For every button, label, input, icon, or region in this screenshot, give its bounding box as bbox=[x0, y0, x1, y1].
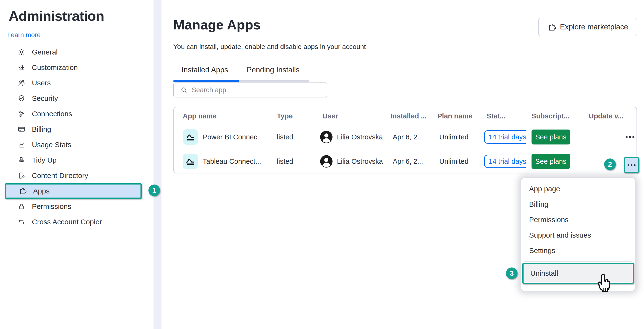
menu-item-permissions[interactable]: Permissions bbox=[521, 212, 635, 228]
app-tile bbox=[183, 149, 198, 173]
see-plans-button[interactable]: See plans bbox=[532, 129, 570, 144]
column-header-app-name: App name bbox=[183, 107, 216, 125]
connector-app-icon bbox=[185, 132, 196, 142]
user-name: Lilia Ostrovska bbox=[337, 157, 383, 165]
gear-icon bbox=[18, 48, 26, 56]
sidebar-item-billing[interactable]: Billing bbox=[0, 122, 153, 137]
sidebar-item-label: Security bbox=[32, 94, 58, 102]
plan-name: Unlimited bbox=[439, 125, 468, 149]
credit-card-icon bbox=[18, 125, 26, 133]
user-name: Lilia Ostrovska bbox=[337, 133, 383, 141]
table-header-row: App name Type User Installed ... Plan na… bbox=[174, 107, 636, 125]
explore-marketplace-label: Explore marketplace bbox=[560, 23, 628, 31]
sidebar-item-label: Permissions bbox=[32, 202, 71, 211]
sidebar-item-apps[interactable]: Apps bbox=[5, 183, 142, 199]
sidebar-item-permissions[interactable]: Permissions bbox=[0, 199, 153, 214]
menu-item-billing[interactable]: Billing bbox=[521, 197, 635, 212]
lock-icon bbox=[18, 202, 26, 211]
column-header-subscription: Subscript... bbox=[532, 107, 570, 125]
sidebar-item-label: Cross Account Copier bbox=[32, 218, 102, 226]
sidebar-item-label: Billing bbox=[32, 125, 51, 133]
search-icon bbox=[180, 86, 188, 94]
tab-active-underline bbox=[173, 80, 239, 82]
administration-page: Administration Learn more General Custom… bbox=[0, 0, 644, 329]
column-header-update-version: Update v... bbox=[589, 107, 624, 125]
app-name: Tableau Connect... bbox=[203, 149, 261, 173]
sidebar-item-content-directory[interactable]: Content Directory bbox=[0, 168, 153, 183]
table-row: Tableau Connect... listed Lilia Ostrovsk… bbox=[174, 149, 636, 173]
sidebar-item-users[interactable]: Users bbox=[0, 75, 153, 91]
row-actions bbox=[619, 125, 641, 149]
sidebar-item-label: Tidy Up bbox=[32, 156, 56, 164]
learn-more-link[interactable]: Learn more bbox=[7, 31, 40, 39]
sidebar-item-label: Connections bbox=[32, 110, 72, 118]
sidebar-divider bbox=[154, 0, 162, 329]
shield-icon bbox=[18, 94, 26, 102]
sidebar-item-security[interactable]: Security bbox=[0, 91, 153, 106]
avatar bbox=[320, 130, 333, 144]
sidebar-item-usage-stats[interactable]: Usage Stats bbox=[0, 137, 153, 152]
sidebar-item-label: General bbox=[32, 48, 58, 56]
column-header-user: User bbox=[322, 107, 338, 125]
tidy-icon bbox=[18, 156, 26, 164]
sidebar-item-connections[interactable]: Connections bbox=[0, 106, 153, 122]
step-1-badge: 1 bbox=[148, 185, 160, 196]
connector-app-icon bbox=[185, 157, 196, 166]
menu-item-uninstall[interactable]: Uninstall bbox=[522, 263, 634, 284]
app-name: Power BI Connec... bbox=[203, 125, 263, 149]
sidebar-item-label: Usage Stats bbox=[32, 141, 71, 149]
sidebar-item-label: Content Directory bbox=[32, 172, 88, 180]
trial-status-badge: 14 trial days bbox=[484, 130, 526, 144]
installed-apps-table: App name Type User Installed ... Plan na… bbox=[173, 107, 637, 173]
more-actions-button-highlighted[interactable] bbox=[624, 157, 639, 173]
explore-marketplace-button[interactable]: Explore marketplace bbox=[538, 18, 637, 36]
sidebar-item-customization[interactable]: Customization bbox=[0, 60, 153, 75]
status-cell: 14 trial days bbox=[484, 125, 526, 149]
puzzle-icon bbox=[548, 23, 556, 31]
step-2-badge: 2 bbox=[604, 158, 616, 170]
sidebar-item-tidy-up[interactable]: Tidy Up bbox=[0, 152, 153, 168]
sidebar-item-general[interactable]: General bbox=[0, 44, 153, 60]
doc-pencil-icon bbox=[18, 172, 26, 180]
tab-pending-installs[interactable]: Pending Installs bbox=[247, 66, 300, 74]
page-subtitle: You can install, update, enable and disa… bbox=[173, 43, 366, 51]
step-3-badge: 3 bbox=[506, 268, 518, 279]
search-box bbox=[173, 82, 327, 97]
see-plans-button[interactable]: See plans bbox=[532, 154, 570, 169]
page-title: Manage Apps bbox=[173, 17, 261, 32]
search-input[interactable] bbox=[192, 86, 317, 94]
users-icon bbox=[18, 79, 26, 87]
sidebar-item-cross-account-copier[interactable]: Cross Account Copier bbox=[0, 214, 153, 230]
menu-item-app-page[interactable]: App page bbox=[521, 181, 635, 197]
puzzle-icon bbox=[18, 187, 27, 195]
plan-name: Unlimited bbox=[439, 149, 468, 173]
swap-arrows-icon bbox=[18, 218, 26, 226]
sidebar-item-label: Users bbox=[32, 79, 51, 87]
menu-divider bbox=[524, 261, 632, 262]
tab-installed-apps[interactable]: Installed Apps bbox=[182, 66, 228, 74]
sidebar-nav: General Customization Users Security Con… bbox=[0, 44, 153, 230]
column-header-type: Type bbox=[277, 107, 293, 125]
menu-item-settings[interactable]: Settings bbox=[521, 243, 635, 258]
sidebar: Administration Learn more General Custom… bbox=[0, 0, 153, 329]
more-actions-button[interactable] bbox=[626, 136, 634, 138]
column-header-installed: Installed ... bbox=[390, 107, 427, 125]
cursor-hand-icon bbox=[596, 273, 614, 294]
sidebar-item-label: Apps bbox=[33, 187, 50, 195]
subscription-cell: See plans bbox=[532, 149, 570, 173]
menu-item-support-and-issues[interactable]: Support and issues bbox=[521, 228, 635, 243]
sliders-icon bbox=[18, 63, 26, 72]
user-cell: Lilia Ostrovska bbox=[320, 125, 383, 149]
trial-status-badge: 14 trial days bbox=[484, 155, 526, 168]
subscription-cell: See plans bbox=[532, 125, 570, 149]
app-type: listed bbox=[277, 149, 293, 173]
user-cell: Lilia Ostrovska bbox=[320, 149, 383, 173]
installed-date: Apr 6, 2... bbox=[393, 125, 423, 149]
app-type: listed bbox=[277, 125, 293, 149]
sidebar-title: Administration bbox=[9, 8, 104, 24]
installed-date: Apr 6, 2... bbox=[393, 149, 423, 173]
network-icon bbox=[18, 110, 26, 118]
status-cell: 14 trial days bbox=[484, 149, 526, 173]
column-header-plan-name: Plan name bbox=[438, 107, 472, 125]
app-tile bbox=[183, 125, 198, 149]
